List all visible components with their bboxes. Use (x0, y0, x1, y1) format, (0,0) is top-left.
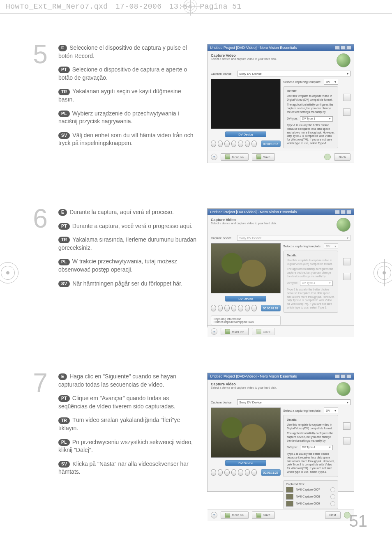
record-button[interactable] (251, 305, 257, 311)
next-button[interactable]: Next (325, 511, 341, 519)
play-button[interactable] (218, 141, 223, 147)
chevron-down-icon: ▾ (329, 117, 331, 121)
template-combo[interactable]: DV▾ (324, 79, 338, 85)
frame-fwd-button[interactable] (238, 305, 243, 311)
dv-type-label: DV type: (287, 446, 297, 449)
max-icon[interactable] (341, 210, 346, 214)
capture-device-combo[interactable]: Sony DV Device▾ (237, 399, 350, 405)
details-line2: The application initially configures the… (287, 103, 334, 114)
chevron-down-icon: ▾ (329, 446, 331, 449)
step-5: 5 ESeleccione el dispositivo de captura … (31, 44, 369, 163)
window-titlebar: Untitled Project [DVD-Video] - Nero Visi… (208, 44, 354, 51)
save-button[interactable]: Save (252, 511, 275, 519)
play-button[interactable] (218, 469, 223, 476)
transport-controls: 00:04:13:16 (211, 141, 281, 147)
min-icon[interactable] (335, 210, 340, 214)
step-7-sv: Klicka på "Nästa" när alla videosekvense… (58, 461, 189, 475)
dv-device-label: DV Device (225, 131, 266, 137)
help-icon[interactable]: ? (211, 154, 217, 160)
play-button[interactable] (218, 305, 223, 311)
timecode: 00:03:11:23 (261, 469, 281, 476)
record-button[interactable] (251, 469, 257, 476)
captured-file-row[interactable]: NVE Capture 0008 (286, 494, 335, 500)
record-button[interactable] (251, 141, 257, 147)
lang-badge-sv: SV (58, 281, 70, 287)
file-thumb-icon (286, 494, 293, 500)
template-combo[interactable]: DV▾ (324, 408, 338, 413)
max-icon[interactable] (341, 374, 346, 378)
window-title: Untitled Project [DVD-Video] - Nero Visi… (210, 374, 297, 378)
max-icon[interactable] (341, 46, 346, 50)
more-button[interactable]: More >> (221, 328, 249, 335)
transport-controls: 00:03:11:23 (211, 469, 281, 476)
captured-file-row[interactable]: NVE Capture 0007 (286, 487, 335, 493)
ffwd-button[interactable] (245, 141, 250, 147)
globe-icon (337, 382, 350, 396)
step-7-tr: Tüm video sıraları yakalandığında "İleri… (58, 417, 180, 431)
disk-icon (256, 154, 261, 159)
disk-icon (256, 329, 261, 334)
step-6: 6 EDurante la captura, aquí verá el proc… (31, 208, 369, 327)
details-line3: Type-1 is usually the better choice beca… (287, 288, 334, 310)
step-7-e: Haga clic en "Siguiente" cuando se hayan… (58, 373, 176, 388)
back-button[interactable]: Back (334, 153, 350, 161)
config-icon[interactable] (343, 94, 350, 101)
timecode: 00:00:01:01 (261, 305, 281, 311)
capture-device-combo[interactable]: Sony DV Device▾ (237, 71, 350, 76)
config-icon[interactable] (343, 258, 350, 265)
rewind-button[interactable] (211, 141, 216, 147)
disk-icon (256, 513, 261, 518)
video-preview (211, 408, 281, 458)
delete-icon[interactable] (330, 487, 335, 492)
rewind-button[interactable] (211, 305, 216, 311)
snapshot-icon[interactable] (343, 437, 350, 445)
lang-badge-tr: TR (58, 237, 70, 243)
window-titlebar: Untitled Project [DVD-Video] - Nero Visi… (208, 209, 354, 215)
frame-back-button[interactable] (231, 141, 237, 147)
step-5-pt: Selecione o dispositivo de captura e ape… (58, 66, 187, 81)
transport-controls: 00:00:01:01 (211, 305, 281, 311)
snapshot-icon[interactable] (343, 108, 350, 116)
stop-button[interactable] (224, 141, 230, 147)
step-text: EDurante la captura, aquí verá el proces… (58, 208, 197, 293)
dv-type-combo[interactable]: DV Type-1▾ (300, 116, 333, 122)
file-thumb-icon (286, 487, 293, 493)
dv-type-label: DV type: (287, 281, 297, 285)
ffwd-button[interactable] (245, 305, 250, 311)
nero-screenshot-6: Untitled Project [DVD-Video] - Nero Visi… (207, 208, 354, 327)
capture-title: Capture Video (211, 53, 277, 58)
close-icon[interactable] (346, 210, 351, 214)
frame-fwd-button[interactable] (238, 469, 243, 476)
dv-type-combo[interactable]: DV Type-1▾ (300, 445, 333, 450)
captured-file-row[interactable]: NVE Capture 0009 (286, 501, 335, 507)
chevron-down-icon: ▾ (334, 80, 336, 84)
ffwd-button[interactable] (245, 469, 250, 476)
delete-icon[interactable] (330, 494, 335, 499)
min-icon[interactable] (335, 46, 340, 50)
help-icon[interactable]: ? (211, 512, 217, 518)
toolbox-icon (225, 154, 230, 159)
more-button[interactable]: More >> (221, 153, 249, 161)
details-panel: Details: Use this template to capture vi… (283, 415, 338, 477)
config-icon[interactable] (343, 422, 350, 430)
snapshot-icon[interactable] (343, 273, 350, 280)
frame-fwd-button[interactable] (238, 141, 243, 147)
help-icon[interactable]: ? (211, 328, 217, 335)
frame-back-button[interactable] (231, 305, 237, 311)
frame-back-button[interactable] (231, 469, 237, 476)
template-label: Select a capturing template: (283, 409, 321, 412)
template-label: Select a capturing template: (283, 80, 321, 84)
min-icon[interactable] (335, 374, 340, 378)
delete-icon[interactable] (330, 501, 335, 506)
save-button[interactable]: Save (252, 153, 275, 161)
page-number: 51 (349, 512, 368, 530)
chevron-down-icon: ▾ (347, 236, 348, 240)
close-icon[interactable] (346, 46, 351, 50)
registration-mark-top (183, 0, 197, 13)
close-icon[interactable] (346, 374, 351, 378)
stop-button[interactable] (224, 305, 230, 311)
details-line2: The application initially configures the… (287, 432, 334, 442)
stop-button[interactable] (224, 469, 230, 476)
rewind-button[interactable] (211, 469, 216, 476)
more-button[interactable]: More >> (221, 511, 249, 519)
